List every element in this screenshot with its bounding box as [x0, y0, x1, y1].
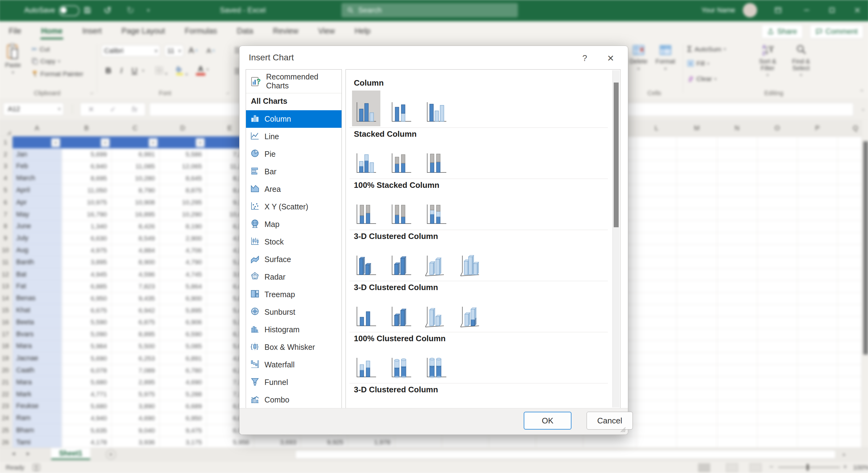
tab-help[interactable]: Help: [352, 21, 372, 40]
cell-D9[interactable]: 2,900: [160, 232, 205, 244]
fill-button[interactable]: Fill▾: [687, 60, 709, 67]
row-header-2[interactable]: 2: [0, 148, 13, 161]
chart-variant-thumbnail-p3[interactable]: [422, 193, 451, 229]
cell-C20[interactable]: 7,089: [112, 364, 158, 376]
cell-B5[interactable]: 11,050: [62, 184, 110, 197]
cell-C23[interactable]: 3,890: [112, 400, 158, 412]
column-header-A[interactable]: A: [28, 120, 46, 136]
cell-B8[interactable]: 1,340: [62, 220, 110, 232]
chart-variant-thumbnail-d3[interactable]: [422, 244, 451, 280]
cell-A22[interactable]: Mark: [13, 388, 62, 400]
cell-C19[interactable]: 6,253: [112, 352, 158, 364]
maximize-button[interactable]: [823, 0, 841, 21]
cell-A23[interactable]: Feukse: [13, 400, 62, 412]
scroll-right-icon[interactable]: ▸: [843, 451, 845, 457]
chart-variant-thumbnail-z3[interactable]: [422, 397, 451, 408]
cell-D4[interactable]: 8,645: [160, 172, 205, 184]
cell-G26[interactable]: 9,925: [301, 436, 346, 448]
underline-dropdown-icon[interactable]: ▾: [142, 68, 144, 73]
chart-variant-thumbnail-e1[interactable]: [352, 295, 380, 331]
chart-variant-thumbnail-z2[interactable]: [387, 397, 415, 408]
row-header-10[interactable]: 10: [0, 244, 13, 256]
select-all-corner[interactable]: [6, 130, 11, 135]
filter-dropdown-icon[interactable]: ▾: [51, 138, 60, 147]
row-header-9[interactable]: 9: [0, 232, 13, 244]
row-header-7[interactable]: 7: [0, 208, 13, 220]
cell-D12[interactable]: 4,745: [160, 268, 205, 280]
clear-button[interactable]: Clear▾: [687, 75, 716, 82]
chart-type-line[interactable]: Line: [246, 128, 342, 145]
cell-A6[interactable]: Apr: [13, 196, 62, 208]
paste-dropdown-icon[interactable]: ▾: [12, 70, 14, 75]
increase-font-icon[interactable]: A˄: [189, 45, 198, 55]
cell-B12[interactable]: 4,945: [62, 268, 110, 280]
name-box[interactable]: A12 ▾: [3, 103, 64, 115]
cell-C17[interactable]: 8,895: [112, 328, 158, 340]
cell-B19[interactable]: 5,690: [62, 352, 110, 364]
cell-A16[interactable]: Beeta: [13, 316, 62, 328]
format-button[interactable]: Format ▾: [656, 44, 675, 71]
zoom-in-icon[interactable]: +: [843, 463, 847, 471]
cell-A15[interactable]: Khat: [13, 304, 62, 316]
cell-D5[interactable]: 8,875: [160, 184, 205, 197]
accessibility-icon[interactable]: [32, 464, 40, 473]
close-window-button[interactable]: [848, 0, 866, 21]
chart-variant-thumbnail-z4[interactable]: [458, 397, 486, 408]
cell-A21[interactable]: Mara: [13, 376, 62, 388]
cell-B24[interactable]: 4,940: [62, 412, 110, 424]
row-header-24[interactable]: 24: [0, 412, 13, 424]
chart-variant-thumbnail-s3[interactable]: [422, 142, 451, 177]
bold-button[interactable]: B: [103, 66, 114, 75]
cell-A17[interactable]: Bvars: [13, 328, 62, 340]
cell-C12[interactable]: 4,596: [112, 268, 158, 280]
row-header-23[interactable]: 23: [0, 400, 13, 412]
cell-C16[interactable]: 6,875: [112, 316, 158, 328]
cell-C10[interactable]: 4,884: [112, 244, 158, 256]
chart-variant-thumbnail-p1[interactable]: [352, 193, 380, 229]
cell-D11[interactable]: 4,790: [160, 256, 205, 268]
column-header-C[interactable]: C: [126, 120, 144, 136]
cell-D3[interactable]: 12,065: [160, 161, 205, 172]
name-box-dropdown-icon[interactable]: ▾: [58, 106, 61, 112]
cell-D20[interactable]: 6,780: [160, 364, 205, 376]
cell-B3[interactable]: 6,940: [62, 161, 110, 172]
cell-B23[interactable]: 5,680: [62, 400, 110, 412]
share-button[interactable]: Share: [761, 24, 803, 38]
chart-variant-thumbnail-d1[interactable]: [352, 244, 380, 280]
chart-type-radar[interactable]: Radar: [246, 268, 342, 286]
chart-variant-thumbnail-s1[interactable]: [352, 142, 380, 177]
cell-C13[interactable]: 7,823: [112, 280, 158, 292]
column-header-P[interactable]: P: [808, 120, 827, 136]
minimize-button[interactable]: [798, 0, 815, 21]
cell-E26[interactable]: 5,956: [207, 436, 252, 448]
cell-A13[interactable]: Fat: [13, 280, 62, 292]
cut-button[interactable]: ✂Cut: [32, 45, 50, 53]
zoom-out-icon[interactable]: −: [769, 463, 773, 471]
cell-B11[interactable]: 3,895: [62, 256, 110, 268]
row-header-12[interactable]: 12: [0, 268, 13, 280]
cell-A12[interactable]: Bat: [13, 268, 62, 280]
cell-B16[interactable]: 5,590: [62, 316, 110, 328]
dialog-scrollbar-thumb[interactable]: [614, 82, 619, 227]
cell-D26[interactable]: 3,175: [160, 436, 205, 448]
cell-A4[interactable]: March: [13, 172, 62, 184]
cell-A10[interactable]: Aug: [13, 244, 62, 256]
chart-variant-thumbnail-c2[interactable]: [387, 91, 415, 126]
cell-D24[interactable]: 6,950: [160, 412, 205, 424]
row-header-8[interactable]: 8: [0, 220, 13, 232]
chart-type-bar[interactable]: Bar: [246, 163, 342, 180]
horizontal-scrollbar[interactable]: [295, 450, 836, 459]
tab-data[interactable]: Data: [235, 21, 255, 40]
filter-dropdown-icon[interactable]: ▾: [101, 138, 110, 147]
cell-C14[interactable]: 9,435: [112, 292, 158, 304]
cell-D22[interactable]: 5,288: [160, 388, 205, 400]
comment-button[interactable]: Comment: [810, 24, 864, 38]
find-select-button[interactable]: Find & Select ▾: [786, 44, 816, 77]
cell-D8[interactable]: 8,190: [160, 220, 205, 232]
cell-D17[interactable]: 6,590: [160, 328, 205, 340]
chart-variant-thumbnail-y2[interactable]: [387, 346, 415, 382]
copy-button[interactable]: Copy▾: [32, 58, 60, 65]
cell-A5[interactable]: April: [13, 184, 62, 197]
cell-B20[interactable]: 6,078: [62, 364, 110, 376]
row-header-3[interactable]: 3: [0, 161, 13, 172]
